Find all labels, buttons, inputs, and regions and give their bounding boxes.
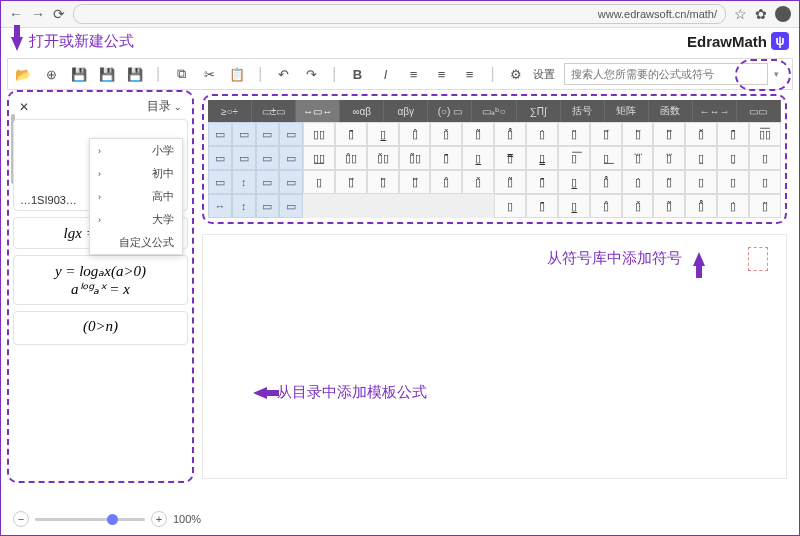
symbol-cell[interactable]: ▯⃗: [335, 170, 367, 194]
menu-item[interactable]: ›初中: [90, 162, 182, 185]
symbol-cell[interactable]: ▯̄: [717, 122, 749, 146]
symbol-tab[interactable]: ∞αβ: [340, 100, 384, 122]
align3-icon[interactable]: ≡: [458, 63, 480, 85]
symbol-cell[interactable]: ▯̄: [526, 194, 558, 218]
symbol-cell[interactable]: ▯̲: [558, 170, 590, 194]
symbol-cell[interactable]: ▯̃▯: [399, 146, 431, 170]
save-icon[interactable]: 💾: [68, 63, 90, 85]
symbol-tab[interactable]: 括号: [561, 100, 605, 122]
menu-item[interactable]: 自定义公式: [90, 231, 182, 254]
symbol-nav-cell[interactable]: ▭: [279, 122, 303, 146]
symbol-cell[interactable]: ▯̂: [399, 122, 431, 146]
settings-label[interactable]: 设置: [533, 67, 555, 82]
symbol-tab[interactable]: αβγ: [384, 100, 428, 122]
nav-back-icon[interactable]: ←: [9, 6, 23, 22]
symbol-nav-cell[interactable]: ▭: [256, 194, 280, 218]
symbol-cell[interactable]: ▯⃗: [590, 122, 622, 146]
symbol-cell[interactable]: ▯⃖: [622, 122, 654, 146]
symbol-cell[interactable]: ▯̆: [685, 122, 717, 146]
symbol-cell[interactable]: ▯̳: [526, 146, 558, 170]
symbol-cell[interactable]: ▯̂▯: [335, 146, 367, 170]
symbol-cell[interactable]: ▯̇: [622, 170, 654, 194]
symbol-cell[interactable]: ▯̈: [653, 170, 685, 194]
copy-icon[interactable]: ⧉: [170, 63, 192, 85]
symbol-tab[interactable]: 函数: [649, 100, 693, 122]
catalog-card-1[interactable]: ›小学 ›初中 ›高中 ›大学 自定义公式 …1SI903…: [13, 119, 188, 211]
avatar-icon[interactable]: [775, 6, 791, 22]
symbol-cell[interactable]: ▯̌▯: [367, 146, 399, 170]
symbol-nav-cell[interactable]: ▭: [208, 170, 232, 194]
symbol-cell[interactable]: ▯͟▯: [303, 146, 335, 170]
symbol-nav-cell[interactable]: ↔: [208, 194, 232, 218]
bold-icon[interactable]: B: [346, 63, 368, 85]
symbol-nav-cell[interactable]: ▭: [256, 122, 280, 146]
symbol-tab[interactable]: ▭ₐᵇ○: [472, 100, 516, 122]
symbol-nav-cell[interactable]: ▭: [279, 146, 303, 170]
symbol-cell[interactable]: ▯̄: [526, 170, 558, 194]
symbol-cell[interactable]: ▯̌: [622, 194, 654, 218]
symbol-cell[interactable]: ▯̤: [685, 146, 717, 170]
symbol-cell[interactable]: ▯⃖: [367, 170, 399, 194]
symbol-cell[interactable]: ▯̂: [430, 170, 462, 194]
symbol-cell[interactable]: ▯̲: [558, 194, 590, 218]
symbol-nav-cell[interactable]: ↕: [232, 170, 256, 194]
symbol-cell[interactable]: ▯: [685, 170, 717, 194]
symbol-nav-cell[interactable]: ▭: [208, 122, 232, 146]
symbol-nav-cell[interactable]: ▭: [256, 146, 280, 170]
symbol-cell[interactable]: ▯̊: [685, 194, 717, 218]
saveas-icon[interactable]: 💾: [96, 63, 118, 85]
symbol-cell[interactable]: ▯̃: [494, 170, 526, 194]
italic-icon[interactable]: I: [374, 63, 396, 85]
symbol-cell[interactable]: ▯̄: [430, 146, 462, 170]
symbol-nav-cell[interactable]: ▭: [279, 170, 303, 194]
formula-canvas[interactable]: 从符号库中添加符号 从目录中添加模板公式: [202, 234, 787, 479]
symbol-cell[interactable]: ▯: [494, 194, 526, 218]
chevron-down-icon[interactable]: ⌄: [174, 102, 182, 112]
open-icon[interactable]: 📂: [12, 63, 34, 85]
star-icon[interactable]: ☆: [734, 6, 747, 22]
symbol-tab[interactable]: ▭▭: [737, 100, 781, 122]
symbol-cell[interactable]: ▯⃜: [622, 146, 654, 170]
symbol-cell[interactable]: ▯͞▯: [749, 122, 781, 146]
symbol-cell[interactable]: ▯̣: [717, 146, 749, 170]
zoom-thumb[interactable]: [107, 514, 118, 525]
symbol-cell[interactable]: ▯̇: [526, 122, 558, 146]
export-icon[interactable]: 💾: [124, 63, 146, 85]
symbol-cell[interactable]: ▯̌: [430, 122, 462, 146]
symbol-tab[interactable]: (○) ▭: [428, 100, 472, 122]
ext-icon[interactable]: ✿: [755, 6, 767, 22]
url-box[interactable]: www.edrawsoft.cn/math/: [73, 4, 726, 24]
symbol-cell[interactable]: ▯̌: [462, 170, 494, 194]
symbol-cell[interactable]: ▯: [749, 146, 781, 170]
symbol-cell[interactable]: ▯̄: [335, 122, 367, 146]
symbol-nav-cell[interactable]: ▭: [256, 170, 280, 194]
symbol-cell[interactable]: ▯̲: [462, 146, 494, 170]
menu-item[interactable]: ›大学: [90, 208, 182, 231]
new-icon[interactable]: ⊕: [40, 63, 62, 85]
menu-item[interactable]: ›小学: [90, 139, 182, 162]
zoom-out-button[interactable]: −: [13, 511, 29, 527]
symbol-nav-cell[interactable]: ↕: [232, 194, 256, 218]
zoom-in-button[interactable]: +: [151, 511, 167, 527]
cut-icon[interactable]: ✂: [198, 63, 220, 85]
symbol-nav-cell[interactable]: ▭: [232, 122, 256, 146]
symbol-tab[interactable]: ≥○÷: [208, 100, 252, 122]
catalog-card-4[interactable]: (0>n): [13, 311, 188, 345]
nav-fwd-icon[interactable]: →: [31, 6, 45, 22]
symbol-tab[interactable]: ↔▭↔: [296, 100, 340, 122]
nav-reload-icon[interactable]: ⟳: [53, 6, 65, 22]
symbol-cell[interactable]: ▯̈: [749, 194, 781, 218]
symbol-cell[interactable]: ▯▯: [303, 122, 335, 146]
symbol-cell[interactable]: ▯̈: [558, 122, 590, 146]
symbol-cell[interactable]: ▯: [749, 170, 781, 194]
symbol-nav-cell[interactable]: ▭: [208, 146, 232, 170]
symbol-cell[interactable]: ▯⃡: [653, 122, 685, 146]
symbol-cell[interactable]: ▯̊: [494, 122, 526, 146]
symbol-tab[interactable]: ▭±▭: [252, 100, 296, 122]
gear-icon[interactable]: ⚙: [505, 63, 527, 85]
catalog-card-3[interactable]: y = logₐx(a>0) aˡᵒᵍₐˣ = x: [13, 255, 188, 305]
sidebar-close-icon[interactable]: ✕: [19, 100, 29, 114]
symbol-cell[interactable]: ▯̃: [462, 122, 494, 146]
symbol-cell[interactable]: ▯⃡: [399, 170, 431, 194]
symbol-cell[interactable]: ▯̂: [590, 194, 622, 218]
